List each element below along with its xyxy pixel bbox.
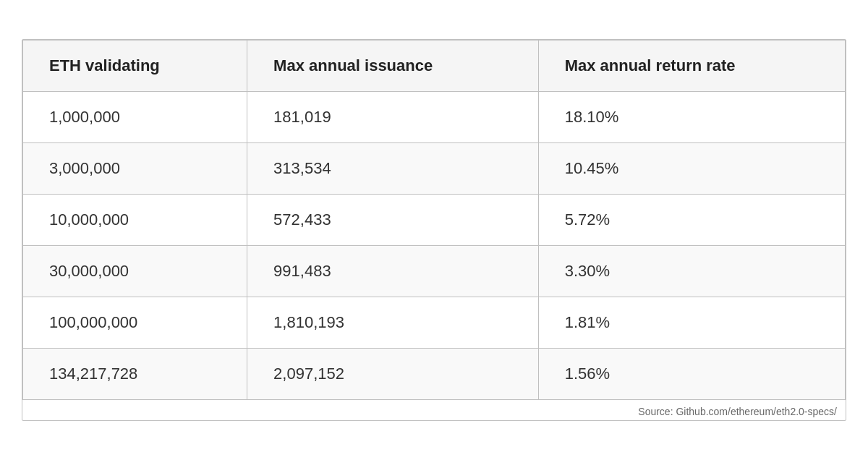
cell-max-annual-return-rate: 10.45% <box>538 143 845 195</box>
table-row: 134,217,7282,097,1521.56% <box>23 349 846 400</box>
eth-data-table: ETH validating Max annual issuance Max a… <box>22 40 846 400</box>
cell-eth-validating: 30,000,000 <box>23 246 247 297</box>
cell-max-annual-return-rate: 3.30% <box>538 246 845 297</box>
cell-max-annual-return-rate: 1.81% <box>538 297 845 349</box>
col-header-max-annual-return-rate: Max annual return rate <box>538 41 845 92</box>
cell-max-annual-issuance: 991,483 <box>247 246 539 297</box>
cell-max-annual-issuance: 1,810,193 <box>247 297 539 349</box>
cell-max-annual-return-rate: 5.72% <box>538 195 845 246</box>
cell-max-annual-issuance: 2,097,152 <box>247 349 539 400</box>
cell-max-annual-return-rate: 1.56% <box>538 349 845 400</box>
table-row: 3,000,000313,53410.45% <box>23 143 846 195</box>
cell-eth-validating: 100,000,000 <box>23 297 247 349</box>
cell-eth-validating: 10,000,000 <box>23 195 247 246</box>
table-row: 10,000,000572,4335.72% <box>23 195 846 246</box>
cell-max-annual-issuance: 572,433 <box>247 195 539 246</box>
cell-max-annual-issuance: 181,019 <box>247 92 539 143</box>
cell-eth-validating: 134,217,728 <box>23 349 247 400</box>
main-table-container: ETH validating Max annual issuance Max a… <box>22 39 846 421</box>
cell-eth-validating: 3,000,000 <box>23 143 247 195</box>
table-row: 1,000,000181,01918.10% <box>23 92 846 143</box>
col-header-max-annual-issuance: Max annual issuance <box>247 41 539 92</box>
table-row: 100,000,0001,810,1931.81% <box>23 297 846 349</box>
source-citation: Source: Github.com/ethereum/eth2.0-specs… <box>22 400 846 420</box>
table-row: 30,000,000991,4833.30% <box>23 246 846 297</box>
cell-eth-validating: 1,000,000 <box>23 92 247 143</box>
cell-max-annual-return-rate: 18.10% <box>538 92 845 143</box>
col-header-eth-validating: ETH validating <box>23 41 247 92</box>
table-header-row: ETH validating Max annual issuance Max a… <box>23 41 846 92</box>
cell-max-annual-issuance: 313,534 <box>247 143 539 195</box>
